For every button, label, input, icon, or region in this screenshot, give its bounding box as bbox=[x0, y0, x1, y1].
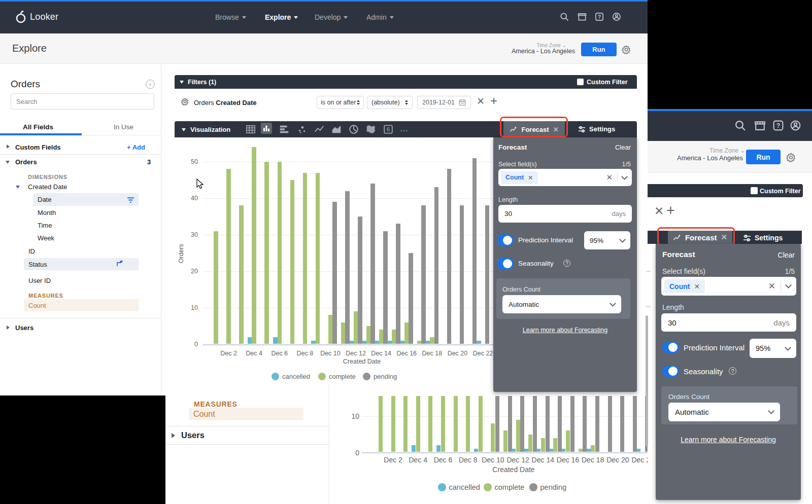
custom-filter-checkbox[interactable] bbox=[577, 79, 584, 85]
account-icon[interactable] bbox=[612, 12, 622, 22]
legend-complete[interactable]: complete bbox=[318, 373, 356, 380]
tab-all-fields[interactable]: All Fields bbox=[23, 123, 53, 131]
orders-group-label[interactable]: Orders bbox=[15, 158, 37, 166]
orders-count-select[interactable]: Automatic bbox=[502, 295, 621, 313]
settings-tab[interactable]: Settings bbox=[578, 125, 615, 133]
legend-cancelled[interactable]: cancelled bbox=[438, 483, 480, 491]
inset-remove-count-chip-icon[interactable]: ✕ bbox=[694, 282, 700, 291]
field-status[interactable]: Status bbox=[28, 261, 47, 268]
inset-help-icon[interactable]: ? bbox=[772, 119, 785, 132]
inset-prediction-interval-toggle[interactable] bbox=[662, 341, 679, 353]
add-filter-icon[interactable]: + bbox=[490, 94, 497, 108]
inset-add-filter-icon[interactable]: + bbox=[666, 202, 675, 219]
nav-admin[interactable]: Admin bbox=[366, 13, 394, 21]
filter-gear-icon[interactable] bbox=[181, 97, 189, 108]
search-input[interactable]: Search bbox=[11, 93, 154, 110]
length-input[interactable]: 30 days bbox=[498, 205, 632, 223]
viz-type-table-icon[interactable] bbox=[245, 124, 256, 135]
collapse-filters-icon[interactable] bbox=[180, 81, 184, 84]
filters-bar[interactable]: Filters (1) Custom Filter bbox=[175, 75, 637, 89]
inset-field-count[interactable]: Count bbox=[193, 410, 215, 419]
field-created-date[interactable]: Created Date bbox=[28, 183, 67, 191]
field-date[interactable]: Date bbox=[38, 196, 51, 203]
inset-orders-count-select[interactable]: Automatic bbox=[668, 403, 780, 421]
inset-clear-fields-icon[interactable]: ✕ bbox=[768, 281, 775, 292]
collapse-orders-icon[interactable] bbox=[6, 161, 10, 164]
expand-custom-fields-icon[interactable] bbox=[7, 145, 10, 149]
inset-run-button[interactable]: Run bbox=[746, 150, 781, 164]
legend-pending[interactable]: pending bbox=[529, 483, 566, 491]
inset-forecast-fields-input[interactable]: Count✕ ✕ bbox=[661, 277, 796, 296]
inset-custom-filter-checkbox[interactable] bbox=[751, 187, 758, 194]
field-id[interactable]: ID bbox=[28, 247, 35, 255]
inset-gear-icon[interactable] bbox=[786, 152, 796, 165]
forecast-fields-input[interactable]: Count✕ ✕ bbox=[498, 169, 632, 186]
prediction-interval-select[interactable]: 95% bbox=[584, 231, 630, 249]
inset-timezone-value[interactable]: America - Los Angeles bbox=[677, 154, 743, 162]
gear-icon[interactable] bbox=[621, 45, 631, 57]
more-viz-types-icon[interactable]: ⋯ bbox=[400, 126, 411, 137]
legend-cancelled[interactable]: cancelled bbox=[272, 373, 310, 380]
help-icon[interactable]: ? bbox=[594, 12, 604, 22]
filter-date-input[interactable]: 2019-12-01 bbox=[417, 96, 471, 109]
field-time[interactable]: Time bbox=[38, 222, 52, 229]
inset-clear-forecast-button[interactable]: Clear bbox=[778, 251, 795, 259]
run-button[interactable]: Run bbox=[581, 43, 617, 56]
marketplace-icon[interactable] bbox=[577, 12, 587, 22]
inset-seasonality-help-icon[interactable]: ? bbox=[729, 367, 736, 375]
viz-type-column-icon[interactable] bbox=[261, 123, 272, 134]
nav-browse[interactable]: Browse bbox=[215, 13, 246, 21]
inset-marketplace-icon[interactable] bbox=[754, 119, 766, 132]
inset-seasonality-toggle[interactable] bbox=[662, 365, 679, 377]
expand-users-icon[interactable] bbox=[7, 326, 10, 330]
nav-develop[interactable]: Develop bbox=[315, 13, 348, 21]
seasonality-toggle[interactable] bbox=[497, 258, 514, 270]
viz-type-pie-icon[interactable] bbox=[348, 124, 359, 135]
collapse-visualization-icon[interactable] bbox=[182, 128, 186, 131]
fields-dropdown-icon[interactable] bbox=[621, 173, 628, 180]
inset-learn-more-link[interactable]: Learn more about Forecasting bbox=[656, 436, 801, 444]
filter-operator-select[interactable]: is on or after bbox=[317, 96, 364, 109]
scrollbar-thumb[interactable] bbox=[646, 315, 648, 446]
viz-type-single-value-icon[interactable]: 6 bbox=[383, 124, 394, 135]
seasonality-help-icon[interactable]: ? bbox=[563, 260, 570, 267]
filter-icon[interactable] bbox=[127, 196, 134, 205]
legend-complete[interactable]: complete bbox=[484, 483, 524, 491]
field-week[interactable]: Week bbox=[38, 234, 54, 242]
remove-filter-icon[interactable]: ✕ bbox=[477, 95, 485, 107]
inset-remove-filter-icon[interactable]: ✕ bbox=[654, 204, 664, 218]
inset-prediction-interval-select[interactable]: 95% bbox=[750, 339, 796, 358]
users-group-label[interactable]: Users bbox=[15, 324, 33, 332]
search-icon[interactable] bbox=[559, 12, 569, 22]
inset-count-field-chip[interactable]: Count✕ bbox=[664, 279, 705, 293]
inset-search-icon[interactable] bbox=[734, 119, 747, 132]
inset-fields-dropdown-icon[interactable] bbox=[785, 282, 792, 289]
field-month[interactable]: Month bbox=[38, 209, 56, 217]
field-count[interactable]: Count bbox=[28, 302, 46, 309]
legend-pending[interactable]: pending bbox=[363, 373, 397, 380]
looker-logo[interactable]: Looker bbox=[15, 10, 58, 23]
inset-length-input[interactable]: 30 days bbox=[661, 313, 796, 332]
viz-type-map-icon[interactable] bbox=[365, 124, 377, 135]
viz-type-line-icon[interactable] bbox=[314, 124, 325, 135]
field-user-id[interactable]: User ID bbox=[28, 277, 51, 284]
clear-forecast-button[interactable]: Clear bbox=[615, 143, 631, 151]
clear-fields-icon[interactable]: ✕ bbox=[606, 173, 613, 182]
add-custom-field-button[interactable]: + Add bbox=[127, 143, 145, 151]
inset-expand-users-icon[interactable] bbox=[172, 433, 175, 438]
viz-type-bar-icon[interactable] bbox=[279, 124, 290, 135]
prediction-interval-toggle[interactable] bbox=[497, 234, 514, 246]
inset-users-label[interactable]: Users bbox=[181, 430, 205, 440]
inset-timezone-label[interactable]: Time Zone ⌄ bbox=[709, 147, 745, 154]
inset-settings-tab[interactable]: Settings bbox=[743, 234, 783, 242]
inset-account-icon[interactable] bbox=[789, 119, 802, 132]
viz-type-area-icon[interactable] bbox=[331, 124, 342, 135]
remove-count-chip-icon[interactable]: ✕ bbox=[528, 174, 533, 182]
count-field-chip[interactable]: Count✕ bbox=[501, 171, 538, 184]
pivot-icon[interactable] bbox=[116, 260, 124, 269]
timezone-value[interactable]: America - Los Angeles bbox=[512, 48, 575, 55]
collapse-sidebar-icon[interactable]: ‹ bbox=[146, 80, 155, 89]
tab-in-use[interactable]: In Use bbox=[114, 123, 133, 131]
learn-more-link[interactable]: Learn more about Forecasting bbox=[493, 327, 637, 334]
collapse-created-date-icon[interactable] bbox=[16, 186, 20, 189]
